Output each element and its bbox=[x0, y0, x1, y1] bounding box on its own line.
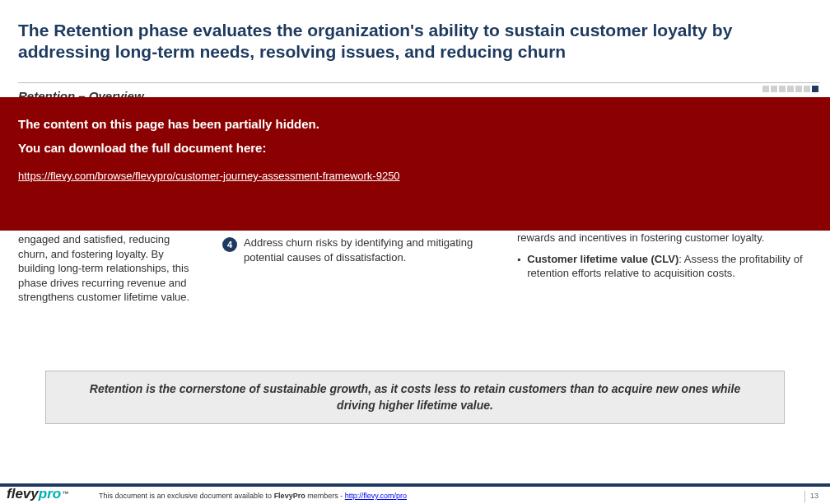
progress-box bbox=[762, 86, 769, 92]
left-column-text: engaged and satisfied, reducing churn, a… bbox=[18, 232, 191, 305]
bullet-item: ▪ Customer lifetime value (CLV): Assess … bbox=[517, 252, 814, 281]
step-item: 4 Address churn risks by identifying and… bbox=[222, 236, 502, 264]
page-number: 13 bbox=[810, 492, 818, 500]
progress-indicator bbox=[762, 86, 818, 92]
progress-box bbox=[771, 86, 777, 92]
footer-text: This document is an exclusive document a… bbox=[99, 492, 407, 500]
bullet-marker-icon: ▪ bbox=[517, 254, 520, 281]
page-separator bbox=[804, 491, 805, 502]
footer-link[interactable]: http://flevy.com/pro bbox=[345, 492, 407, 500]
progress-box bbox=[779, 86, 786, 92]
flevypro-logo: flevypro™ bbox=[7, 483, 68, 504]
overlay-line1: The content on this page has been partia… bbox=[18, 117, 812, 131]
logo-main: flevy bbox=[7, 486, 39, 502]
slide: The Retention phase evaluates the organi… bbox=[0, 0, 830, 504]
right-column: rewards and incentives in fostering cust… bbox=[517, 231, 814, 287]
step-text: Address churn risks by identifying and m… bbox=[244, 236, 502, 264]
content-hidden-overlay: The content on this page has been partia… bbox=[0, 97, 830, 231]
callout-box: Retention is the cornerstone of sustaina… bbox=[45, 371, 785, 424]
logo-tm: ™ bbox=[62, 490, 68, 497]
bullet-text: rewards and incentives in fostering cust… bbox=[517, 231, 764, 245]
overlay-line2: You can download the full document here: bbox=[18, 141, 812, 155]
overlay-download-link[interactable]: https://flevy.com/browse/flevypro/custom… bbox=[18, 170, 400, 182]
page-title: The Retention phase evaluates the organi… bbox=[18, 20, 812, 63]
step-number-badge: 4 bbox=[222, 237, 237, 252]
progress-box bbox=[804, 86, 810, 92]
bullet-text: Customer lifetime value (CLV): Assess th… bbox=[527, 252, 814, 281]
progress-box bbox=[787, 86, 794, 92]
title-divider bbox=[18, 82, 820, 83]
progress-box bbox=[795, 86, 802, 92]
middle-column: 4 Address churn risks by identifying and… bbox=[222, 236, 502, 264]
bullet-item: rewards and incentives in fostering cust… bbox=[517, 231, 814, 245]
progress-box bbox=[812, 86, 818, 92]
logo-accent: pro bbox=[39, 486, 61, 502]
